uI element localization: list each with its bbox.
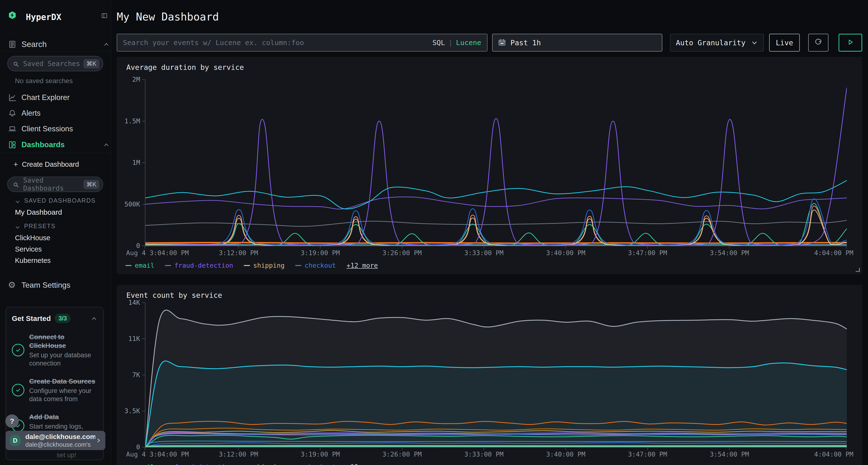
plus-icon: +: [13, 160, 18, 169]
sidebar-item-alerts[interactable]: Alerts: [0, 108, 119, 119]
chevron-up-icon[interactable]: [91, 315, 97, 322]
chart-legend: emailfraud-detectionshippingcheckout+12 …: [125, 262, 378, 269]
legend-item[interactable]: checkout: [295, 463, 336, 465]
sidebar-item-team-settings[interactable]: ⚙ Team Settings: [0, 279, 119, 291]
logo-row: HyperDX: [0, 10, 119, 24]
chart-panel-event-count: Event count by service 03.5K7K11K14KAug …: [117, 285, 862, 465]
refresh-button[interactable]: [808, 34, 829, 52]
item-title: Add Data: [29, 413, 97, 421]
live-button[interactable]: Live: [769, 34, 800, 52]
team-settings-label: Team Settings: [22, 281, 70, 290]
time-range-picker[interactable]: Past 1h: [492, 34, 662, 52]
sidebar-item-my-dashboard[interactable]: My Dashboard: [0, 207, 126, 217]
calendar-icon: [498, 38, 506, 47]
dashboards-label: Dashboards: [22, 140, 65, 149]
y-tick-mark: [142, 121, 145, 122]
item-title: Create Data Sources: [29, 377, 97, 386]
sidebar-item-chart-explorer[interactable]: Chart Explorer: [0, 92, 119, 103]
user-account-chip[interactable]: D dale@clickhouse.com dale@clickhouse.co…: [5, 431, 105, 450]
refresh-icon: [814, 38, 823, 48]
create-dashboard-label: Create Dashboard: [22, 161, 79, 168]
chevron-up-icon[interactable]: [103, 141, 110, 148]
partial-setup-link[interactable]: set up!: [57, 452, 76, 459]
chevron-down-icon: [751, 39, 758, 46]
legend-item[interactable]: checkout: [295, 262, 336, 269]
y-tick-mark: [142, 411, 145, 411]
help-button[interactable]: ?: [5, 414, 19, 428]
magnifier-icon: [12, 60, 20, 67]
legend-label: fraud-detection: [174, 463, 233, 465]
chart-title: Average duration by service: [126, 63, 244, 72]
check-circle-icon: [12, 344, 24, 356]
x-tick-mark: [484, 246, 484, 248]
sidebar: HyperDX Search Saved Searches ⌘K No save…: [0, 0, 111, 465]
y-tick-label: 1M: [117, 159, 140, 167]
legend-item[interactable]: fraud-detection: [165, 262, 233, 269]
y-tick-label: 11K: [117, 335, 140, 343]
legend-item[interactable]: shipping: [244, 463, 284, 465]
x-tick-label: 3:40:00 PM: [546, 451, 585, 458]
run-query-button[interactable]: [839, 34, 862, 52]
saved-searches-input[interactable]: Saved Searches ⌘K: [7, 56, 103, 71]
legend-item[interactable]: shipping: [244, 262, 284, 269]
sidebar-item-kubernetes[interactable]: Kubernetes: [0, 255, 126, 266]
chevron-up-icon[interactable]: [103, 41, 110, 48]
legend-swatch: [125, 265, 132, 266]
collapse-sidebar-button[interactable]: [101, 12, 111, 22]
user-email: dale@clickhouse.com: [25, 433, 95, 441]
chart-plot-area[interactable]: [145, 303, 847, 447]
main-content: My New Dashboard Search your events w/ L…: [111, 0, 868, 465]
y-tick-label: 7K: [117, 371, 140, 379]
x-tick-label: 3:33:00 PM: [464, 451, 504, 458]
presets-section-header[interactable]: PRESETS: [0, 221, 125, 231]
no-saved-searches: No saved searches: [0, 77, 126, 85]
sql-toggle[interactable]: SQL: [432, 38, 445, 47]
get-started-badge: 3/3: [55, 314, 71, 323]
get-started-title: Get Started: [12, 314, 51, 323]
shortcut-badge: ⌘K: [84, 180, 99, 189]
client-sessions-label: Client Sessions: [22, 125, 73, 133]
legend-label: shipping: [253, 463, 284, 465]
y-tick-label: 3.5K: [117, 407, 140, 415]
saved-dashboards-section-header[interactable]: SAVED DASHBOARDS: [0, 196, 125, 205]
get-started-header[interactable]: Get Started 3/3: [12, 314, 97, 323]
legend-item[interactable]: +12 more: [346, 463, 378, 465]
x-tick-label: 3:33:00 PM: [464, 249, 504, 257]
legend-item[interactable]: fraud-detection: [165, 463, 233, 465]
resize-grip[interactable]: [856, 268, 860, 272]
legend-item[interactable]: +12 more: [346, 262, 378, 269]
x-tick-mark: [320, 447, 320, 450]
legend-label: email: [135, 463, 154, 465]
x-tick-mark: [565, 447, 566, 450]
chart-explorer-label: Chart Explorer: [22, 93, 70, 102]
legend-item[interactable]: email: [125, 463, 154, 465]
lucene-toggle[interactable]: Lucene: [456, 38, 481, 47]
sidebar-item-clickhouse[interactable]: ClickHouse: [0, 233, 126, 243]
x-tick-mark: [729, 246, 730, 248]
create-dashboard-button[interactable]: + Create Dashboard: [0, 159, 124, 170]
saved-dashboards-input[interactable]: Saved Dashboards ⌘K: [7, 176, 103, 192]
get-started-item-data-sources[interactable]: Create Data Sources Configure where your…: [12, 377, 97, 403]
x-tick-label: 3:26:00 PM: [382, 249, 422, 257]
search-placeholder: Search your events w/ Lucene ex. column:…: [123, 38, 432, 47]
sidebar-item-client-sessions[interactable]: Client Sessions: [0, 123, 119, 134]
laptop-icon: [8, 125, 17, 133]
sidebar-item-search[interactable]: Search: [0, 38, 119, 50]
x-tick-mark: [402, 246, 402, 248]
y-tick-label: 0: [117, 242, 140, 250]
hyperdx-app: HyperDX Search Saved Searches ⌘K No save…: [0, 0, 868, 465]
y-tick-label: 14K: [117, 299, 140, 307]
sidebar-item-dashboards[interactable]: Dashboards: [0, 139, 119, 150]
search-section-icon: [8, 40, 17, 49]
get-started-item-connect[interactable]: Connect to ClickHouse Set up your databa…: [12, 333, 97, 367]
sidebar-item-services[interactable]: Services: [0, 244, 126, 254]
legend-item[interactable]: email: [125, 262, 154, 269]
user-subtitle: dale@clickhouse.com's: [25, 441, 95, 448]
chart-plot-area[interactable]: [145, 79, 847, 246]
x-tick-label: 3:40:00 PM: [546, 249, 585, 257]
y-tick-label: 1.5M: [117, 117, 140, 125]
event-count-chart: 03.5K7K11K14KAug 4 3:04:00 PM3:12:00 PM3…: [117, 303, 862, 465]
event-search-input[interactable]: Search your events w/ Lucene ex. column:…: [117, 34, 488, 52]
x-tick-label: 4:04:00 PM: [814, 451, 854, 458]
granularity-select[interactable]: Auto Granularity: [670, 34, 764, 52]
